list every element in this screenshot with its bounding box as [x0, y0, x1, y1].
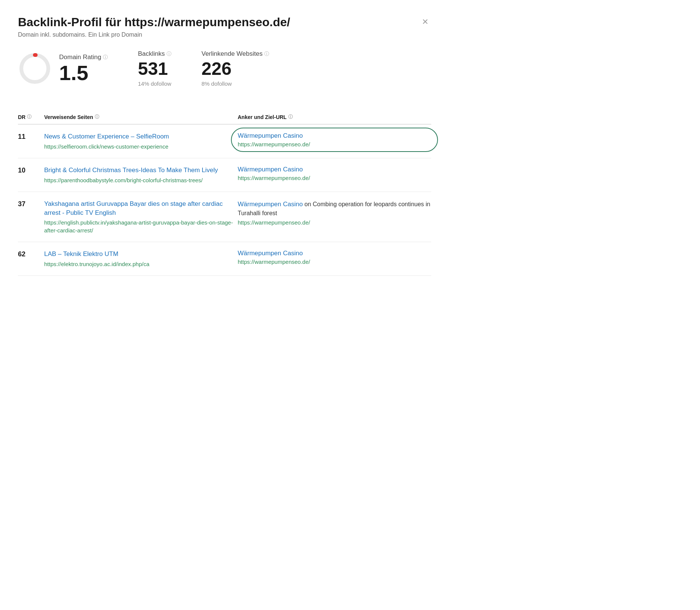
table-row: 11 News & Customer Experience – SelfieRo… [18, 125, 431, 158]
metrics-row: Domain Rating ⓘ 1.5 Backlinks ⓘ 531 14% … [18, 50, 431, 99]
verlinkende-block: Verlinkende Websites ⓘ 226 8% dofollow [201, 50, 269, 87]
anchor-cell: Wärmepumpen Casino https://warmepumpense… [238, 250, 431, 265]
page-url-link[interactable]: https://selfieroom.click/news-customer-e… [44, 143, 238, 150]
anchor-text-link[interactable]: Wärmepumpen Casino [238, 201, 303, 208]
anchor-text-link[interactable]: Wärmepumpen Casino [238, 166, 431, 173]
backlinks-info-icon[interactable]: ⓘ [167, 51, 171, 57]
backlinks-label: Backlinks ⓘ [138, 50, 171, 58]
anchor-cell: Wärmepumpen Casino https://warmepumpense… [238, 166, 431, 181]
svg-point-0 [21, 55, 48, 82]
anker-col-info-icon[interactable]: ⓘ [288, 114, 293, 120]
dr-value: 62 [18, 250, 44, 258]
ref-cell: News & Customer Experience – SelfieRoom … [44, 132, 238, 150]
page-title: Backlink-Profil für https://warmepumpens… [18, 15, 290, 29]
backlinks-table: DR ⓘ Verweisende Seiten ⓘ Anker und Ziel… [18, 114, 431, 276]
backlinks-value: 531 [138, 59, 171, 79]
domain-rating-label: Domain Rating ⓘ [59, 54, 108, 61]
domain-rating-info-icon[interactable]: ⓘ [103, 54, 108, 61]
gauge-chart [18, 52, 52, 85]
page-url-link[interactable]: https://elektro.trunojoyo.ac.id/index.ph… [44, 260, 238, 268]
backlinks-block: Backlinks ⓘ 531 14% dofollow [138, 50, 171, 87]
ref-cell: Bright & Colorful Christmas Trees-Ideas … [44, 166, 238, 184]
col-header-seiten: Verweisende Seiten ⓘ [44, 114, 238, 120]
domain-rating-info: Domain Rating ⓘ 1.5 [59, 54, 108, 83]
verlinkende-sub: 8% dofollow [201, 80, 269, 87]
anchor-text-link[interactable]: Wärmepumpen Casino [238, 132, 431, 140]
anchor-text-link[interactable]: Wärmepumpen Casino [238, 250, 431, 257]
oval-highlighted-anchor: Wärmepumpen Casino https://warmepumpense… [238, 132, 431, 147]
page-url-link[interactable]: https://english.publictv.in/yakshagana-a… [44, 219, 238, 234]
table-row: 10 Bright & Colorful Christmas Trees-Ide… [18, 158, 431, 192]
col-header-anker: Anker und Ziel-URL ⓘ [238, 114, 431, 120]
anchor-description: Wärmepumpen Casino on Combing operation … [238, 199, 431, 218]
verlinkende-label: Verlinkende Websites ⓘ [201, 50, 269, 58]
dr-col-info-icon[interactable]: ⓘ [27, 114, 31, 120]
anchor-url-link[interactable]: https://warmepumpenseo.de/ [238, 219, 431, 226]
page-title-link[interactable]: Yakshagana artist Guruvappa Bayar dies o… [44, 199, 238, 217]
verlinkende-value: 226 [201, 59, 269, 79]
seiten-col-info-icon[interactable]: ⓘ [95, 114, 99, 120]
page-title-link[interactable]: News & Customer Experience – SelfieRoom [44, 132, 238, 141]
subtitle: Domain inkl. subdomains. Ein Link pro Do… [18, 31, 431, 38]
anchor-url-link[interactable]: https://warmepumpenseo.de/ [238, 175, 431, 181]
anchor-url-link[interactable]: https://warmepumpenseo.de/ [238, 259, 431, 265]
domain-rating-value: 1.5 [59, 62, 108, 83]
page-title-link[interactable]: LAB – Teknik Elektro UTM [44, 250, 238, 259]
anchor-url-link[interactable]: https://warmepumpenseo.de/ [238, 141, 431, 147]
col-header-dr: DR ⓘ [18, 114, 44, 120]
dr-value: 37 [18, 199, 44, 208]
modal-header: Backlink-Profil für https://warmepumpens… [18, 15, 431, 29]
page-url-link[interactable]: https://parenthoodbabystyle.com/bright-c… [44, 176, 238, 184]
close-button[interactable]: × [419, 15, 431, 28]
table-row: 62 LAB – Teknik Elektro UTM https://elek… [18, 242, 431, 276]
table-header: DR ⓘ Verweisende Seiten ⓘ Anker und Ziel… [18, 114, 431, 125]
backlinks-sub: 14% dofollow [138, 80, 171, 87]
page-title-link[interactable]: Bright & Colorful Christmas Trees-Ideas … [44, 166, 238, 175]
verlinkende-info-icon[interactable]: ⓘ [264, 51, 269, 57]
table-row: 37 Yakshagana artist Guruvappa Bayar die… [18, 192, 431, 243]
ref-cell: LAB – Teknik Elektro UTM https://elektro… [44, 250, 238, 268]
dr-value: 10 [18, 166, 44, 174]
anchor-cell: Wärmepumpen Casino https://warmepumpense… [238, 132, 431, 147]
ref-cell: Yakshagana artist Guruvappa Bayar dies o… [44, 199, 238, 235]
dr-value: 11 [18, 132, 44, 141]
domain-rating-widget: Domain Rating ⓘ 1.5 [18, 52, 108, 85]
anchor-cell: Wärmepumpen Casino on Combing operation … [238, 199, 431, 226]
